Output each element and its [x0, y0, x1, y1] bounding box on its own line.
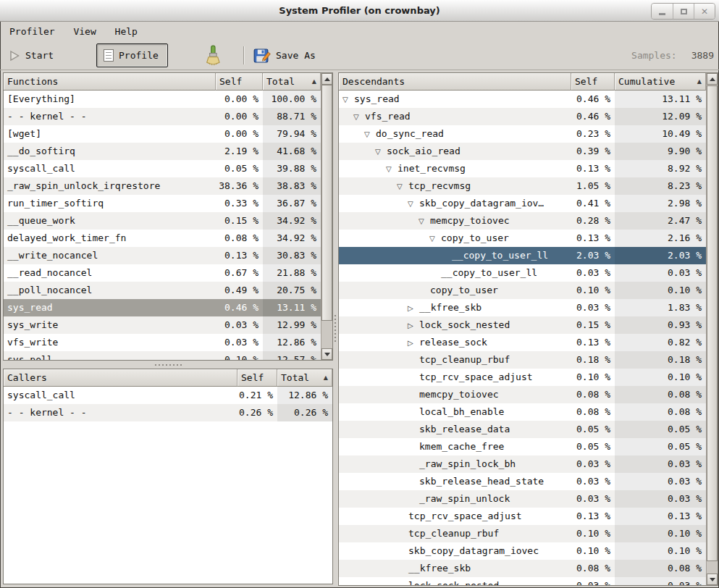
- menu-profiler[interactable]: Profiler: [3, 22, 62, 41]
- column-header-functions[interactable]: Functions: [4, 73, 216, 91]
- function-row[interactable]: __read_nocancel0.67 %21.88 %: [4, 264, 321, 282]
- function-row[interactable]: [wget]0.00 %79.94 %: [4, 125, 321, 143]
- expander-closed-icon[interactable]: ▷: [408, 300, 419, 316]
- descendant-row[interactable]: tcp_cleanup_rbuf0.18 %0.18 %: [339, 351, 706, 369]
- function-row[interactable]: _raw_spin_unlock_irqrestore38.36 %38.83 …: [4, 177, 321, 195]
- descendant-row[interactable]: ▽skb_copy_datagram_iov…0.41 %2.98 %: [339, 195, 706, 212]
- expander-closed-icon[interactable]: ▷: [408, 317, 419, 334]
- function-row-total: 88.71 %: [263, 108, 321, 125]
- start-button[interactable]: Start: [9, 41, 54, 70]
- expander-open-icon[interactable]: ▽: [375, 143, 387, 160]
- column-header-self[interactable]: Self: [571, 73, 615, 91]
- scroll-up-button[interactable]: [321, 73, 332, 85]
- reset-button[interactable]: [205, 41, 221, 70]
- descendant-row[interactable]: tcp_cleanup_rbuf0.10 %0.10 %: [339, 525, 706, 542]
- descendant-row[interactable]: ▷__kfree_skb0.03 %1.83 %: [339, 299, 706, 316]
- function-row[interactable]: sys_poll0.10 %12.57 %: [4, 351, 321, 360]
- titlebar[interactable]: System Profiler (on crownbay) ✕: [0, 0, 719, 22]
- descendant-row[interactable]: skb_copy_datagram_iovec0.10 %0.10 %: [339, 542, 706, 560]
- scroll-down-button[interactable]: [707, 574, 718, 585]
- descendant-row[interactable]: ▽sock_aio_read0.39 %9.90 %: [339, 143, 706, 160]
- descendant-row[interactable]: __copy_to_user_ll2.03 %2.03 %: [339, 247, 706, 264]
- descendant-row[interactable]: ▽vfs_read0.46 %12.09 %: [339, 108, 706, 125]
- descendant-row[interactable]: memcpy_toiovec0.08 %0.08 %: [339, 386, 706, 403]
- function-row-total: 36.87 %: [263, 195, 321, 212]
- descendant-row[interactable]: __kfree_skb0.08 %0.08 %: [339, 560, 706, 577]
- profile-toggle-button[interactable]: Profile: [96, 43, 168, 67]
- descendant-row-self: 0.46 %: [571, 108, 615, 125]
- column-header-descendants[interactable]: Descendants: [339, 73, 571, 91]
- scrollbar-thumb[interactable]: [321, 85, 332, 321]
- column-header-self[interactable]: Self: [216, 73, 263, 91]
- descendant-row[interactable]: skb_release_head_state0.03 %0.03 %: [339, 473, 706, 490]
- descendant-row[interactable]: copy_to_user0.10 %0.10 %: [339, 282, 706, 299]
- descendant-row[interactable]: skb_release_data0.05 %0.05 %: [339, 421, 706, 438]
- function-row[interactable]: __poll_nocancel0.49 %20.75 %: [4, 282, 321, 299]
- descendant-row[interactable]: ▷lock_sock_nested0.15 %0.93 %: [339, 316, 706, 334]
- column-header-callers[interactable]: Callers: [4, 369, 237, 387]
- descendant-row[interactable]: _raw_spin_unlock0.03 %0.03 %: [339, 490, 706, 508]
- samples-indicator: Samples: 3889: [631, 41, 714, 70]
- maximize-button[interactable]: [673, 4, 694, 19]
- descendant-row[interactable]: ▽tcp_recvmsg1.05 %8.23 %: [339, 177, 706, 195]
- expander-open-icon[interactable]: ▽: [397, 178, 408, 195]
- function-row[interactable]: syscall_call0.05 %39.88 %: [4, 160, 321, 177]
- function-row[interactable]: sys_write0.03 %12.99 %: [4, 316, 321, 334]
- function-name: sock_aio_read: [387, 146, 461, 156]
- expander-open-icon[interactable]: ▽: [342, 91, 354, 108]
- descendant-row-self: 0.39 %: [571, 143, 615, 160]
- function-row[interactable]: [Everything]0.00 %100.00 %: [4, 91, 321, 108]
- function-row-name: syscall_call: [4, 160, 216, 177]
- descendant-row[interactable]: kmem_cache_free0.05 %0.05 %: [339, 438, 706, 455]
- expander-open-icon[interactable]: ▽: [364, 126, 376, 143]
- grip-dot: [335, 326, 336, 327]
- descendant-row[interactable]: ▽do_sync_read0.23 %10.49 %: [339, 125, 706, 143]
- vertical-splitter[interactable]: [332, 70, 338, 586]
- function-row[interactable]: __queue_work0.15 %34.92 %: [4, 212, 321, 230]
- function-row[interactable]: - - kernel - -0.00 %88.71 %: [4, 108, 321, 125]
- functions-scrollbar[interactable]: [321, 73, 332, 360]
- function-row-self: 0.03 %: [216, 316, 263, 334]
- function-row[interactable]: sys_read0.46 %13.11 %: [4, 299, 321, 316]
- descendant-row[interactable]: ▽sys_read0.46 %13.11 %: [339, 91, 706, 108]
- minimize-button[interactable]: [652, 4, 673, 19]
- scroll-down-button[interactable]: [321, 348, 332, 360]
- expander-open-icon[interactable]: ▽: [429, 230, 441, 247]
- column-header-total[interactable]: Total▲: [277, 369, 332, 387]
- descendant-row[interactable]: lock_sock_nested0.03 %0.03 %: [339, 577, 706, 585]
- descendant-row[interactable]: ▽memcpy_toiovec0.28 %2.47 %: [339, 212, 706, 230]
- function-row[interactable]: run_timer_softirq0.33 %36.87 %: [4, 195, 321, 212]
- descendant-row[interactable]: __copy_to_user_ll0.03 %0.03 %: [339, 264, 706, 282]
- function-row[interactable]: __do_softirq2.19 %41.68 %: [4, 143, 321, 160]
- expander-closed-icon[interactable]: ▷: [408, 335, 419, 351]
- descendants-scrollbar[interactable]: [706, 73, 718, 585]
- descendant-row[interactable]: ▽inet_recvmsg0.13 %8.92 %: [339, 160, 706, 177]
- descendant-row-cumulative: 2.16 %: [615, 230, 706, 247]
- descendant-row[interactable]: _raw_spin_lock_bh0.03 %0.03 %: [339, 455, 706, 473]
- expander-open-icon[interactable]: ▽: [408, 196, 419, 212]
- menu-view[interactable]: View: [67, 22, 102, 41]
- descendant-row[interactable]: ▽copy_to_user0.13 %2.16 %: [339, 230, 706, 247]
- caller-row[interactable]: syscall_call0.21 %12.86 %: [4, 387, 332, 404]
- expander-open-icon[interactable]: ▽: [419, 213, 430, 230]
- function-row[interactable]: delayed_work_timer_fn0.08 %34.92 %: [4, 230, 321, 247]
- descendant-row[interactable]: tcp_rcv_space_adjust0.10 %0.10 %: [339, 369, 706, 386]
- menu-help[interactable]: Help: [109, 22, 144, 41]
- expander-open-icon[interactable]: ▽: [386, 161, 398, 177]
- descendant-row[interactable]: ▷release_sock0.13 %0.82 %: [339, 334, 706, 351]
- descendant-row[interactable]: local_bh_enable0.08 %0.08 %: [339, 403, 706, 421]
- function-row-name: __queue_work: [4, 212, 216, 230]
- expander-open-icon[interactable]: ▽: [353, 109, 365, 125]
- horizontal-splitter[interactable]: [3, 361, 333, 369]
- column-header-self[interactable]: Self: [237, 369, 277, 387]
- descendant-row[interactable]: tcp_rcv_space_adjust0.13 %0.13 %: [339, 508, 706, 525]
- column-header-cumulative[interactable]: Cumulative▲: [615, 73, 706, 91]
- caller-row[interactable]: - - kernel - -0.26 %0.26 %: [4, 404, 332, 421]
- scrollbar-thumb[interactable]: [707, 85, 718, 561]
- scroll-up-button[interactable]: [707, 73, 718, 85]
- function-row[interactable]: vfs_write0.03 %12.86 %: [4, 334, 321, 351]
- function-row[interactable]: __write_nocancel0.13 %30.83 %: [4, 247, 321, 264]
- column-header-total[interactable]: Total▲: [263, 73, 321, 91]
- close-button[interactable]: ✕: [694, 4, 715, 19]
- save-as-button[interactable]: Save As: [253, 41, 316, 70]
